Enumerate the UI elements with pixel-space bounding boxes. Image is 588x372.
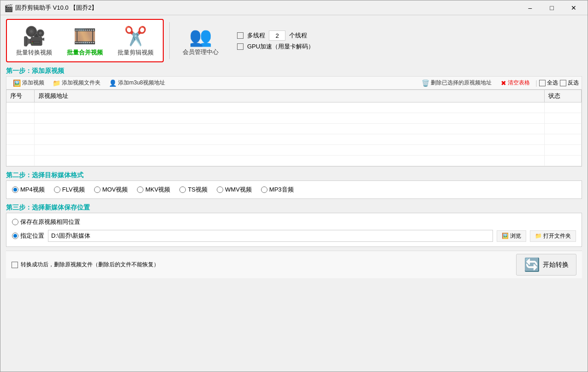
- format-label-mp4: MP4视频: [20, 186, 45, 194]
- save-path-input[interactable]: [48, 230, 493, 242]
- btn-add-folder[interactable]: 📁 添加视频文件夹: [49, 78, 104, 88]
- btn-edit-label: 批量剪辑视频: [118, 48, 154, 57]
- thread-count-input[interactable]: [269, 30, 285, 41]
- start-btn-label: 开始转换: [543, 261, 569, 269]
- delete-after-label: 转换成功后，删除原视频文件（删除后的文件不能恢复）: [21, 261, 159, 269]
- save-same-option[interactable]: 保存在原视频相同位置: [12, 218, 80, 226]
- format-radio-mp4[interactable]: [12, 186, 18, 193]
- step2-box: MP4视频FLV视频MOV视频MKV视频TS视频WMV视频MP3音频: [6, 180, 582, 199]
- format-label-wmv: WMV视频: [225, 186, 252, 194]
- action-bar-right: 🗑️ 删除已选择的原视频地址 ✖ 清空表格 | 全选 反选: [418, 78, 579, 88]
- browse-button[interactable]: 🖼️ 浏览: [497, 230, 526, 242]
- format-label-ts: TS视频: [188, 186, 208, 194]
- multithread-label: 多线程: [247, 31, 265, 40]
- close-button[interactable]: ✕: [563, 1, 584, 14]
- select-all-check[interactable]: 全选: [539, 79, 558, 87]
- format-label-mov: MOV视频: [102, 186, 128, 194]
- delete-icon: 🗑️: [422, 79, 429, 87]
- action-sep: |: [535, 79, 537, 87]
- select-all-checkbox[interactable]: [539, 80, 546, 86]
- format-radio-mov[interactable]: [94, 186, 101, 193]
- btn-merge-video[interactable]: 🎞️ 批量合并视频: [59, 22, 110, 60]
- btn-merge-label: 批量合并视频: [67, 48, 103, 57]
- btn-delete-selected[interactable]: 🗑️ 删除已选择的原视频地址: [418, 78, 495, 88]
- merge-icon: 🎞️: [73, 24, 96, 48]
- minimize-button[interactable]: –: [520, 1, 540, 14]
- start-icon: 🔄: [524, 257, 540, 272]
- step2-label: 第二步：选择目标媒体格式: [6, 170, 582, 180]
- table-row: [6, 102, 582, 113]
- table-row: [6, 124, 582, 134]
- format-option-mp4[interactable]: MP4视频: [12, 186, 45, 194]
- maximize-button[interactable]: □: [541, 1, 562, 14]
- btn-edit-video[interactable]: ✂️ 批量剪辑视频: [110, 22, 161, 60]
- format-radio-flv[interactable]: [54, 186, 60, 193]
- action-bar: 🖼️ 添加视频 📁 添加视频文件夹 👤 添加m3u8视频地址 🗑️ 删除已选择的…: [6, 76, 582, 90]
- format-option-mkv[interactable]: MKV视频: [137, 186, 170, 194]
- format-radio-group: MP4视频FLV视频MOV视频MKV视频TS视频WMV视频MP3音频: [12, 186, 576, 194]
- btn-clear-label: 清空表格: [508, 79, 530, 87]
- format-radio-mp3[interactable]: [261, 186, 267, 193]
- toolbar: 🎥 批量转换视频 🎞️ 批量合并视频 ✂️ 批量剪辑视频 👥 会员管理中心: [6, 19, 582, 62]
- save-custom-row: 指定位置 🖼️ 浏览 📁 打开文件夹: [12, 230, 576, 242]
- btn-add-video[interactable]: 🖼️ 添加视频: [9, 78, 48, 88]
- convert-icon: 🎥: [23, 24, 46, 48]
- open-folder-button[interactable]: 📁 打开文件夹: [530, 230, 576, 242]
- btn-add-m3u8[interactable]: 👤 添加m3u8视频地址: [105, 78, 169, 88]
- member-label: 会员管理中心: [183, 48, 219, 56]
- add-m3u8-icon: 👤: [109, 79, 117, 87]
- toolbar-separator: [169, 22, 170, 59]
- start-btn-area: 🔄 开始转换: [516, 254, 576, 276]
- btn-convert-label: 批量转换视频: [16, 48, 52, 57]
- btn-clear-table[interactable]: ✖ 清空表格: [497, 78, 534, 88]
- btn-convert-video[interactable]: 🎥 批量转换视频: [9, 22, 59, 60]
- window-controls: – □ ✕: [520, 1, 584, 14]
- member-icon: 👥: [189, 25, 212, 48]
- select-all-label: 全选: [547, 79, 558, 87]
- col-status-header: 状态: [545, 90, 582, 102]
- video-table: 序号 原视频地址 状态: [6, 90, 582, 166]
- format-radio-wmv[interactable]: [217, 186, 223, 193]
- btn-add-folder-label: 添加视频文件夹: [62, 79, 101, 87]
- title-bar: 🎬 固乔剪辑助手 V10.0 【固乔2】 – □ ✕: [0, 0, 588, 15]
- bottom-bar: 转换成功后，删除原视频文件（删除后的文件不能恢复） 🔄 开始转换: [6, 251, 582, 278]
- table-body: [6, 102, 582, 166]
- format-option-ts[interactable]: TS视频: [179, 186, 208, 194]
- delete-after-checkbox[interactable]: [12, 262, 18, 268]
- start-convert-button[interactable]: 🔄 开始转换: [516, 254, 576, 276]
- gpu-checkbox[interactable]: [237, 43, 244, 50]
- step3-section: 第三步：选择新媒体保存位置 保存在原视频相同位置 指定位置: [6, 203, 582, 247]
- btn-member[interactable]: 👥 会员管理中心: [175, 22, 226, 59]
- format-option-flv[interactable]: FLV视频: [54, 186, 85, 194]
- step1-section: 第一步：添加原视频 🖼️ 添加视频 📁 添加视频文件夹 👤 添加m3u8视频地址…: [6, 66, 582, 167]
- app-icon: 🎬: [4, 4, 12, 12]
- format-option-wmv[interactable]: WMV视频: [217, 186, 252, 194]
- save-same-radio[interactable]: [12, 219, 18, 225]
- settings-area: 多线程 个线程 GPU加速（用显卡解码）: [237, 30, 314, 51]
- save-options: 保存在原视频相同位置 指定位置 🖼️ 浏览: [12, 218, 576, 242]
- format-radio-ts[interactable]: [179, 186, 186, 193]
- multithread-row: 多线程 个线程: [237, 30, 314, 41]
- deselect-label: 反选: [568, 79, 579, 87]
- save-custom-option[interactable]: 指定位置: [12, 232, 44, 240]
- step3-box: 保存在原视频相同位置 指定位置 🖼️ 浏览: [6, 213, 582, 247]
- delete-after-check[interactable]: 转换成功后，删除原视频文件（删除后的文件不能恢复）: [12, 261, 159, 269]
- step1-label: 第一步：添加原视频: [6, 66, 582, 76]
- table-row: [6, 113, 582, 124]
- format-option-mov[interactable]: MOV视频: [94, 186, 128, 194]
- multithread-checkbox[interactable]: [237, 32, 244, 39]
- save-custom-radio[interactable]: [12, 233, 18, 239]
- open-folder-icon: 📁: [535, 233, 542, 239]
- format-option-mp3[interactable]: MP3音频: [261, 186, 294, 194]
- thread-unit-label: 个线程: [289, 31, 307, 40]
- window-title: 固乔剪辑助手 V10.0 【固乔2】: [15, 4, 520, 12]
- deselect-check[interactable]: 反选: [560, 79, 579, 87]
- add-video-icon: 🖼️: [13, 79, 21, 87]
- save-custom-label: 指定位置: [20, 232, 44, 240]
- format-radio-mkv[interactable]: [137, 186, 143, 193]
- gpu-label: GPU加速（用显卡解码）: [247, 42, 314, 51]
- edit-icon: ✂️: [124, 24, 147, 48]
- btn-add-video-label: 添加视频: [22, 79, 44, 87]
- step3-label: 第三步：选择新媒体保存位置: [6, 203, 582, 213]
- deselect-checkbox[interactable]: [560, 80, 566, 86]
